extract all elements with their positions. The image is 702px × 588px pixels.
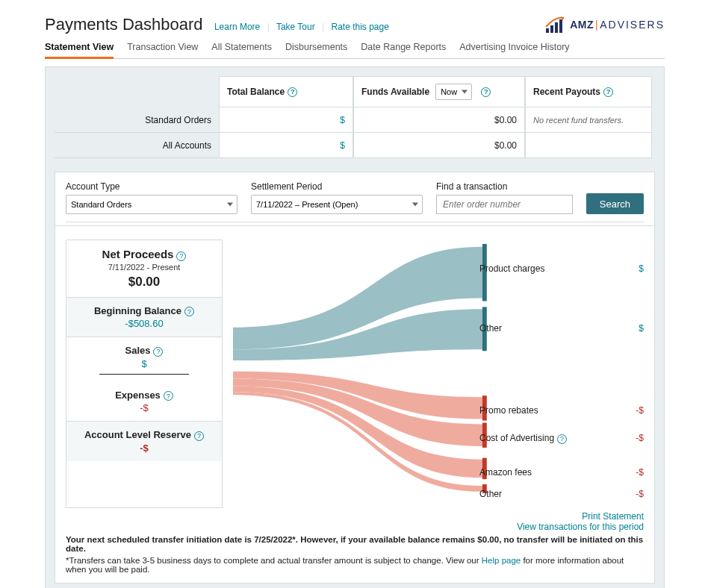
tab-statement-view[interactable]: Statement View (45, 42, 114, 59)
settlement-period-select[interactable]: 7/11/2022 – Present (Open) (251, 195, 423, 214)
sankey-fees-label: Amazon fees (479, 467, 532, 478)
funds-available-label: Funds Available (361, 87, 429, 97)
sankey-product-charges-value: $ (639, 263, 644, 274)
print-statement-link[interactable]: Print Statement (66, 511, 644, 522)
sankey-promo-label: Promo rebates (479, 405, 538, 416)
tab-all-statements[interactable]: All Statements (211, 42, 272, 58)
sankey-coa-label: Cost of Advertising (479, 433, 554, 443)
transfer-note-2a: *Transfers can take 3-5 business days to… (66, 556, 482, 565)
total-balance-all-value: $ (340, 140, 345, 151)
transfer-note-1: Your next scheduled transfer initiation … (66, 535, 643, 553)
sankey-coa-value: -$ (636, 433, 644, 443)
account-type-select[interactable]: Standard Orders (66, 195, 237, 214)
row-label-standard-orders: Standard Orders (62, 115, 211, 125)
take-tour-link[interactable]: Take Tour (276, 22, 315, 32)
sankey-chart: Product charges $ Other $ Promo rebates … (233, 240, 644, 508)
account-reserve-label: Account Level Reserve (84, 429, 191, 440)
learn-more-link[interactable]: Learn More (214, 22, 260, 32)
total-balance-label: Total Balance (227, 87, 285, 97)
account-reserve-value: -$ (75, 442, 213, 454)
sales-value: $ (75, 358, 213, 369)
net-proceeds-period: 7/11/2022 - Present (75, 263, 213, 272)
settlement-period-label: Settlement Period (251, 181, 423, 192)
sankey-other-out-label: Other (479, 489, 502, 499)
view-transactions-link[interactable]: View transactions for this period (66, 522, 644, 532)
help-icon[interactable]: ? (288, 87, 297, 97)
expenses-label: Expenses (115, 390, 161, 401)
net-proceeds-amount: $0.00 (75, 275, 213, 290)
find-transaction-label: Find a transaction (436, 181, 573, 192)
tab-disbursements[interactable]: Disbursements (285, 42, 347, 58)
help-icon[interactable]: ? (184, 307, 194, 316)
sales-label: Sales (125, 345, 151, 356)
svg-rect-1 (550, 25, 553, 33)
help-icon[interactable]: ? (164, 391, 173, 401)
sankey-other-in-value: $ (639, 323, 644, 334)
svg-rect-2 (555, 22, 558, 33)
help-icon[interactable]: ? (481, 87, 491, 97)
row-label-all-accounts: All Accounts (62, 140, 211, 151)
beginning-balance-value: -$508.60 (75, 318, 213, 329)
sankey-promo-value: -$ (636, 405, 644, 416)
find-transaction-input[interactable] (436, 195, 573, 214)
svg-rect-0 (546, 28, 549, 33)
tab-transaction-view[interactable]: Transaction View (127, 42, 198, 58)
svg-rect-3 (559, 19, 562, 33)
funds-std-value: $0.00 (361, 115, 517, 125)
amz-advisers-logo: AMZ|ADVISERS (544, 15, 665, 34)
total-balance-std-value: $ (340, 115, 345, 125)
account-type-label: Account Type (66, 181, 237, 192)
recent-payouts-text: No recent fund transfers. (533, 116, 624, 125)
recent-payouts-label: Recent Payouts (533, 87, 600, 97)
help-icon[interactable]: ? (603, 87, 613, 97)
tab-advertising-invoice-history[interactable]: Advertising Invoice History (459, 42, 569, 58)
beginning-balance-label: Beginning Balance (94, 305, 181, 316)
funds-time-selector[interactable]: Now (435, 84, 472, 100)
separator: | (267, 22, 270, 32)
help-icon[interactable]: ? (557, 434, 567, 444)
help-icon[interactable]: ? (153, 347, 163, 357)
help-icon[interactable]: ? (176, 251, 186, 261)
page-title: Payments Dashboard (45, 15, 203, 34)
sankey-other-out-value: -$ (636, 489, 644, 499)
search-button[interactable]: Search (586, 193, 644, 214)
rate-page-link[interactable]: Rate this page (332, 22, 389, 32)
help-icon[interactable]: ? (194, 431, 204, 441)
net-proceeds-card: Net Proceeds? 7/11/2022 - Present $0.00 … (66, 240, 223, 508)
funds-all-value: $0.00 (361, 140, 517, 151)
tab-date-range-reports[interactable]: Date Range Reports (361, 42, 446, 58)
separator: | (322, 22, 324, 32)
sankey-product-charges-label: Product charges (479, 263, 544, 274)
tabs-nav: Statement View Transaction View All Stat… (45, 42, 665, 59)
sankey-other-in-label: Other (479, 323, 502, 334)
sankey-fees-value: -$ (636, 467, 644, 478)
expenses-value: -$ (75, 402, 213, 413)
net-proceeds-title: Net Proceeds (102, 248, 174, 260)
help-page-link[interactable]: Help page (482, 556, 521, 565)
